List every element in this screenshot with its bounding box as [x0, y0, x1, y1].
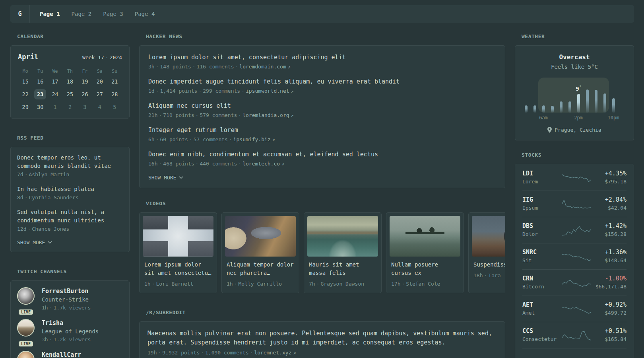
rss-item-title[interactable]: Donec tempor eros leo, ut commodo mauris… — [17, 154, 123, 170]
hackernews-section-title: HACKER NEWS — [146, 34, 505, 39]
video-thumbnail[interactable] — [225, 216, 296, 257]
avatar — [17, 351, 35, 358]
stock-name: Ipsum — [522, 204, 562, 212]
logo-g[interactable]: G — [10, 5, 29, 23]
separator-dot: · — [228, 136, 233, 142]
video-card[interactable]: Lorem ipsum dolor sit amet consectetur a… — [139, 212, 217, 293]
video-thumbnail[interactable] — [472, 216, 505, 257]
hn-item-link[interactable]: loremdomain.com — [239, 64, 286, 70]
stock-price: $42.04 — [591, 204, 627, 212]
stock-row[interactable]: LDILorem+4.35%$795.18 — [522, 164, 627, 191]
video-title[interactable]: Lorem ipsum dolor sit amet consectetur a… — [144, 261, 212, 277]
hn-show-more-button[interactable]: SHOW MORE — [148, 175, 496, 181]
stock-values: +1.42%$156.28 — [591, 222, 627, 238]
video-card[interactable]: Aliquam tempor dolor nec pharetra suscip… — [221, 212, 299, 293]
channel-name[interactable]: Trisha — [42, 319, 99, 327]
external-link-icon: ↗ — [286, 64, 291, 70]
reddit-post-link[interactable]: loremnet.xyz — [254, 350, 291, 356]
video-title[interactable]: Nullam posuere cursus ex — [391, 261, 459, 277]
twitch-channel-row[interactable]: LIVEForrestBurtonCounter-Strike1h·1.7k v… — [17, 287, 123, 312]
stock-row[interactable]: AHS+0.46% — [522, 348, 627, 358]
video-thumbnail[interactable] — [390, 216, 460, 257]
nav-divider — [29, 5, 30, 23]
channel-meta: 1h·1.7k viewers — [42, 304, 91, 312]
video-meta: 7h·Grayson Dawson — [309, 280, 376, 288]
video-title[interactable]: Aliquam tempor dolor nec pharetra suscip… — [227, 261, 294, 277]
calendar-day: 21 — [107, 75, 122, 88]
twitch-channel-row[interactable]: KendallCarr — [17, 351, 123, 358]
reddit-post: Maecenas mollis pulvinar erat non posuer… — [147, 329, 497, 357]
top-nav: G Page 1Page 2Page 3Page 4 — [10, 5, 634, 23]
twitch-card: LIVEForrestBurtonCounter-Strike1h·1.7k v… — [10, 280, 130, 358]
video-thumbnail[interactable] — [307, 216, 378, 257]
calendar-day-header: Mo — [18, 67, 33, 75]
separator-dot: · — [191, 64, 197, 70]
separator-dot: · — [200, 350, 205, 356]
tab-page-3[interactable]: Page 3 — [103, 5, 123, 23]
stock-row[interactable]: CRNBitcorn-1.00%$66,171.48 — [522, 269, 627, 296]
stock-price: $156.28 — [591, 230, 627, 238]
calendar-day-header: Su — [107, 67, 122, 75]
video-meta: 18h·Tara — [473, 271, 505, 280]
weather-section: WEATHER Overcast Feels like 5°C 9° 6am 2… — [515, 34, 634, 140]
rss-item: Donec tempor eros leo, ut commodo mauris… — [17, 154, 123, 179]
tab-page-2[interactable]: Page 2 — [72, 5, 92, 23]
videos-section: VIDEOS Lorem ipsum dolor sit amet consec… — [139, 201, 505, 293]
stock-row[interactable]: IIGIpsum+2.84%$42.04 — [522, 191, 627, 217]
channel-name[interactable]: ForrestBurton — [42, 287, 91, 296]
rss-item-age: 12d — [17, 226, 26, 232]
hn-item-link[interactable]: ipsumworld.net — [246, 88, 289, 94]
video-card[interactable]: Suspendisse diam18h·Tara — [468, 212, 505, 293]
hn-item-comments: 440 comments — [200, 161, 237, 167]
channel-info: KendallCarr — [42, 351, 81, 358]
weather-time-label: 6am — [539, 115, 548, 121]
channel-name[interactable]: KendallCarr — [42, 351, 81, 358]
rss-item-title[interactable]: Sed volutpat nulla nisl, a condimentum n… — [17, 208, 123, 225]
hn-item-title[interactable]: Lorem ipsum dolor sit amet, consectetur … — [148, 53, 496, 62]
hn-item-link[interactable]: loremtech.co — [242, 161, 280, 167]
video-title[interactable]: Suspendisse diam — [473, 261, 505, 269]
hn-item-title[interactable]: Integer eget rutrum lorem — [148, 126, 496, 134]
video-age: 18h — [473, 272, 483, 278]
degree-symbol: ° — [579, 85, 582, 89]
stock-name: Dolor — [522, 230, 562, 238]
hn-item-link[interactable]: loremlandia.org — [242, 112, 289, 118]
hn-item-title[interactable]: Aliquam nec cursus elit — [148, 101, 496, 110]
avatar-wrap — [17, 351, 36, 358]
stock-name: Consectetur — [522, 335, 562, 343]
hn-item-title[interactable]: Donec imperdiet augue tincidunt felis al… — [148, 77, 496, 86]
external-link-icon: ↗ — [289, 113, 294, 118]
hackernews-section: HACKER NEWS Lorem ipsum dolor sit amet, … — [139, 34, 505, 188]
hn-item-link[interactable]: ipsumify.biz — [233, 136, 271, 142]
separator-dot: · — [23, 171, 29, 177]
video-title[interactable]: Mauris sit amet massa felis — [309, 261, 376, 277]
stock-row[interactable]: DBSDolor+1.42%$156.28 — [522, 217, 627, 243]
twitch-section-title: TWITCH CHANNELS — [17, 269, 130, 274]
rss-item-title[interactable]: In hac habitasse platea — [17, 185, 123, 193]
twitch-channel-row[interactable]: LIVETrishaLeague of Legends3h·1.2k viewe… — [17, 319, 123, 344]
stock-row[interactable]: CCSConsectetur+0.51%$165.84 — [522, 322, 627, 348]
rss-item-age: 8d — [17, 195, 23, 200]
hn-item-title[interactable]: Donec enim nibh, condimentum et accumsan… — [148, 150, 496, 159]
hn-item-points: 1,414 points — [160, 88, 197, 94]
live-badge: LIVE — [19, 309, 33, 315]
rss-show-more-button[interactable]: SHOW MORE — [17, 239, 123, 245]
calendar-grid: MoTuWeThFrSaSu15161718192021222324252627… — [18, 67, 122, 113]
stock-row[interactable]: SNRCSit+1.36%$148.64 — [522, 243, 627, 269]
video-thumbnail[interactable] — [143, 216, 213, 257]
reddit-post-title[interactable]: Maecenas mollis pulvinar erat non posuer… — [147, 329, 497, 347]
reddit-post-comments: 1,090 comments — [205, 350, 249, 356]
location-pin-icon — [547, 127, 552, 133]
video-meta: 17h·Stefan Cole — [391, 280, 459, 288]
separator-dot: · — [197, 88, 203, 94]
separator-dot: · — [240, 88, 246, 94]
avatar-wrap: LIVE — [17, 287, 36, 312]
stock-sparkline — [562, 198, 591, 210]
tab-page-1[interactable]: Page 1 — [40, 5, 60, 23]
video-card[interactable]: Mauris sit amet massa felis7h·Grayson Da… — [304, 212, 382, 293]
hn-item: Donec enim nibh, condimentum et accumsan… — [148, 150, 496, 168]
tab-page-4[interactable]: Page 4 — [135, 5, 155, 23]
stock-row[interactable]: AETAmet+0.92%$499.72 — [522, 296, 627, 322]
video-card[interactable]: Nullam posuere cursus ex17h·Stefan Cole — [386, 212, 464, 293]
weather-bar — [525, 105, 528, 113]
